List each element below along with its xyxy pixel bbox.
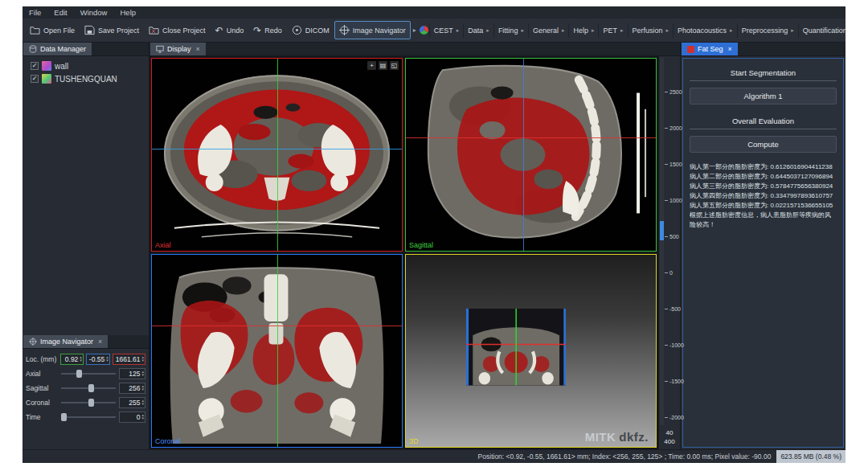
view-menu-help[interactable]: Help [568, 23, 598, 38]
image-navigator-button[interactable]: Image Navigator [334, 21, 411, 39]
view-menu-preprocessing[interactable]: Preprocessing [737, 23, 798, 38]
levelwindow-tick: 500 [665, 233, 679, 240]
coronal-slice-value: 255 [122, 399, 140, 407]
save-project-button[interactable]: Save Project [80, 21, 144, 39]
visibility-checkbox[interactable]: ✓ [31, 62, 39, 70]
viewport-axial[interactable]: + ▤ ◱ Axial [151, 58, 403, 252]
overall-evaluation-header: Overall Evaluation [690, 117, 837, 129]
levelwindow-tick: 1500 [665, 161, 682, 167]
tree-item-tushengquan[interactable]: ✓ TUSHENGQUAN [24, 72, 147, 85]
redo-button[interactable]: ↷ Redo [248, 23, 287, 39]
menu-window[interactable]: Window [80, 8, 108, 17]
tree-item-wall[interactable]: ✓ wall [24, 59, 147, 72]
watermark: MITKdkfz. [585, 430, 649, 444]
toolbar-overflow-icon[interactable]: ▸ [411, 27, 419, 34]
view-menu-data-label: Data [468, 27, 483, 35]
tab-image-navigator[interactable]: Image Navigator × [23, 335, 108, 348]
menu-edit[interactable]: Edit [54, 8, 67, 17]
open-file-button[interactable]: Open File [25, 21, 80, 39]
location-z-spinbox[interactable]: 1661.61 [113, 354, 145, 365]
location-row: Loc. (mm) 0.92 -0.55 1661.61 [26, 353, 145, 365]
view-menu-fitting-label: Fitting [498, 27, 518, 35]
slider-handle[interactable] [88, 384, 94, 392]
tab-display[interactable]: Display × [150, 43, 206, 55]
time-value-spinbox[interactable]: 0 [119, 412, 145, 423]
view-menu-cest[interactable]: CEST [429, 23, 464, 38]
memory-usage-button[interactable]: 623.85 MB (0.48 %) [776, 450, 845, 463]
view-menu-data[interactable]: Data [463, 23, 493, 38]
slider-handle[interactable] [76, 370, 82, 378]
main-area: Data Manager ✓ wall ✓ TUSHENGQUAN I [23, 43, 845, 449]
spinner-arrows-icon[interactable] [106, 356, 108, 362]
view-menu-fitting[interactable]: Fitting [493, 23, 528, 38]
viewport-3d[interactable]: MITKdkfz. 3D [405, 254, 657, 448]
compute-button[interactable]: Compute [690, 136, 837, 153]
slider-handle[interactable] [88, 399, 94, 407]
spinner-arrows-icon[interactable] [141, 371, 144, 376]
color-wheel-icon[interactable] [419, 25, 429, 35]
crosshair-axial-line[interactable] [406, 137, 656, 138]
coronal-slider-label: Coronal [26, 399, 58, 407]
slider-groove[interactable] [61, 373, 116, 375]
location-label: Loc. (mm) [26, 355, 58, 363]
mitk-logo: MITK [585, 430, 616, 444]
slider-groove[interactable] [61, 416, 116, 418]
coronal-slider[interactable] [60, 398, 117, 407]
close-project-button[interactable]: Close Project [144, 21, 211, 39]
slider-handle[interactable] [61, 413, 67, 421]
window-level-value[interactable]: 40 [659, 428, 680, 437]
close-icon[interactable]: × [728, 45, 732, 53]
location-y-value: -0.55 [89, 355, 104, 363]
spinner-arrows-icon[interactable] [141, 399, 144, 405]
levelwindow-handle[interactable] [660, 221, 664, 240]
levelwindow-widget[interactable]: 2500 2000 1500 1000 500 0 -500 -1000 -15… [658, 56, 680, 449]
viewport-coronal[interactable]: Coronal [151, 254, 403, 448]
tab-data-manager[interactable]: Data Manager [23, 43, 92, 55]
dicom-button[interactable]: DICOM [287, 21, 334, 39]
location-z-value: 1661.61 [116, 355, 141, 363]
spinner-arrows-icon[interactable] [141, 356, 144, 362]
viewport-label-sagittal: Sagittal [409, 241, 433, 249]
window-width-value[interactable]: 400 [659, 437, 680, 446]
levelwindow-values[interactable]: 40 400 [659, 428, 680, 446]
location-x-spinbox[interactable]: 0.92 [60, 354, 84, 365]
view-menu-pet[interactable]: PET [598, 23, 627, 38]
crosshair-coronal-line[interactable] [152, 149, 402, 149]
crosshair-coronal-line[interactable] [523, 59, 524, 251]
image-navigator-icon [339, 25, 350, 35]
image-navigator-tab-icon [29, 338, 37, 346]
viewport-corner-buttons: + ▤ ◱ [367, 61, 399, 70]
layout-menu-icon[interactable]: ▤ [379, 61, 387, 70]
redo-label: Redo [264, 27, 282, 35]
levelwindow-track[interactable] [660, 58, 664, 425]
axial-value-spinbox[interactable]: 125 [119, 368, 145, 379]
crosshair-sagittal-line[interactable] [277, 59, 278, 251]
visibility-checkbox[interactable]: ✓ [31, 75, 39, 83]
spinner-arrows-icon[interactable] [141, 414, 144, 420]
undo-button[interactable]: ↶ Undo [211, 23, 249, 39]
ct-image-sagittal [406, 59, 656, 251]
algorithm-1-button[interactable]: Algorithm 1 [690, 88, 837, 104]
coronal-value-spinbox[interactable]: 255 [119, 397, 145, 408]
view-menu-quantification[interactable]: Quantification [798, 23, 845, 38]
spinner-arrows-icon[interactable] [80, 356, 82, 362]
time-slider[interactable] [60, 412, 117, 422]
crosshair-toggle-icon[interactable]: + [367, 61, 376, 70]
crosshair-sagittal-line[interactable] [277, 255, 278, 447]
axial-slider[interactable] [60, 369, 117, 379]
tree-item-label: wall [55, 62, 68, 71]
sagittal-value-spinbox[interactable]: 256 [119, 383, 145, 394]
menu-file[interactable]: File [29, 8, 41, 17]
view-menu-perfusion[interactable]: Perfusion [628, 23, 674, 38]
tab-fat-seg[interactable]: Fat Seg × [682, 43, 738, 55]
menu-help[interactable]: Help [120, 8, 136, 17]
view-menu-photoacoustics[interactable]: Photoacoustics [673, 23, 737, 38]
maximize-viewport-icon[interactable]: ◱ [390, 61, 399, 70]
close-icon[interactable]: × [196, 45, 200, 53]
close-icon[interactable]: × [98, 338, 102, 346]
sagittal-slider[interactable] [60, 383, 117, 393]
location-y-spinbox[interactable]: -0.55 [86, 354, 110, 365]
viewport-sagittal[interactable]: Sagittal [405, 58, 657, 252]
spinner-arrows-icon[interactable] [141, 385, 144, 391]
view-menu-general[interactable]: General [528, 23, 569, 38]
